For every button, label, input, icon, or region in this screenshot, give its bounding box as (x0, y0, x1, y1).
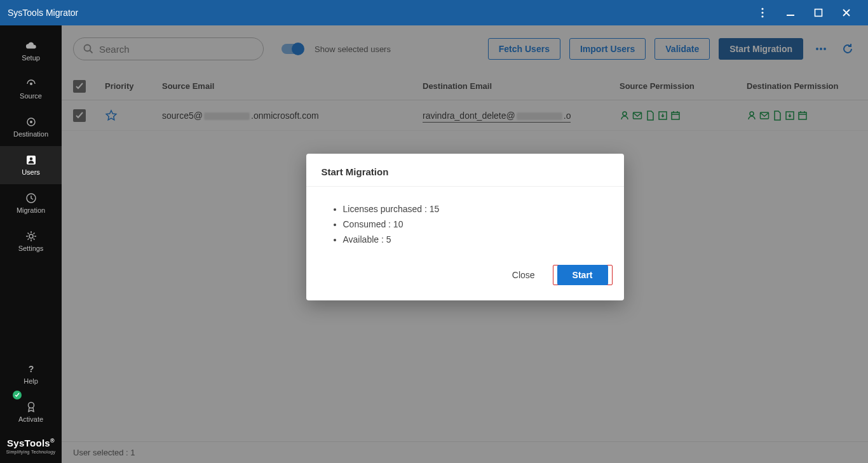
minimize-icon[interactable] (776, 0, 804, 25)
clock-icon (25, 192, 37, 204)
start-migration-modal: Start Migration Licenses purchased : 15 … (306, 154, 624, 300)
sidebar-item-setup[interactable]: Setup (0, 32, 62, 70)
modal-body: Licenses purchased : 15 Consumed : 10 Av… (306, 187, 624, 253)
sidebar-item-migration[interactable]: Migration (0, 184, 62, 222)
svg-point-1 (761, 11, 763, 13)
sidebar-item-label: Help (24, 377, 38, 385)
cloud-icon (25, 40, 37, 51)
sidebar-item-label: Migration (17, 206, 45, 214)
svg-point-0 (761, 8, 763, 10)
sidebar-item-label: Users (22, 168, 40, 176)
svg-rect-4 (815, 10, 822, 17)
signal-icon (25, 78, 37, 90)
sidebar-item-label: Source (20, 92, 42, 100)
modal-close-button[interactable]: Close (502, 265, 545, 285)
sidebar: Setup Source Destination Users Migration… (0, 25, 62, 463)
svg-point-13 (28, 403, 34, 408)
licenses-purchased-text: Licenses purchased : 15 (343, 202, 609, 217)
sidebar-item-label: Activate (18, 415, 43, 423)
window-title: SysTools Migrator (8, 8, 78, 18)
gear-icon (25, 231, 37, 242)
target-icon (25, 116, 37, 128)
svg-point-7 (30, 121, 32, 123)
sidebar-item-activate[interactable]: Activate (0, 393, 62, 431)
licenses-consumed-text: Consumed : 10 (343, 217, 609, 232)
brand-logo: SysTools® Simplifying Technology (6, 431, 56, 463)
modal-title: Start Migration (306, 154, 624, 187)
svg-point-11 (29, 234, 33, 238)
titlebar: SysTools Migrator (0, 0, 868, 25)
sidebar-item-destination[interactable]: Destination (0, 108, 62, 146)
maximize-icon[interactable] (804, 0, 832, 25)
svg-text:?: ? (28, 364, 34, 374)
question-icon: ? (25, 363, 37, 375)
svg-point-9 (29, 158, 32, 161)
sidebar-item-label: Setup (22, 54, 40, 62)
annotation-highlight: Start (553, 265, 613, 285)
sidebar-item-label: Destination (13, 130, 48, 138)
close-icon[interactable] (832, 0, 860, 25)
licenses-available-text: Available : 5 (343, 232, 609, 248)
sidebar-item-users[interactable]: Users (0, 146, 62, 184)
status-ok-badge (13, 391, 22, 399)
kebab-menu-icon[interactable] (749, 0, 776, 25)
users-icon (25, 154, 37, 166)
modal-footer: Close Start (306, 253, 624, 300)
ribbon-icon (25, 401, 37, 413)
modal-overlay: Start Migration Licenses purchased : 15 … (62, 25, 868, 463)
sidebar-item-help[interactable]: ? Help (0, 355, 62, 393)
svg-point-2 (761, 15, 763, 17)
sidebar-item-source[interactable]: Source (0, 70, 62, 108)
modal-start-button[interactable]: Start (557, 265, 608, 285)
sidebar-item-settings[interactable]: Settings (0, 222, 62, 260)
svg-point-5 (30, 83, 32, 85)
svg-rect-3 (787, 15, 794, 16)
main-content: Show selected users Fetch Users Import U… (62, 25, 868, 463)
sidebar-item-label: Settings (18, 245, 44, 252)
